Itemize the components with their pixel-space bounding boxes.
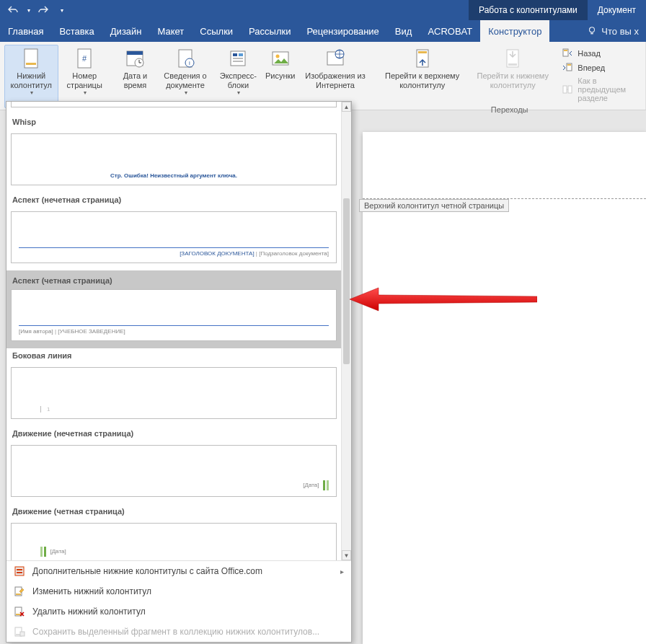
- date-time-button[interactable]: Дата и время: [117, 45, 154, 108]
- doc-info-label: Сведения о документе: [160, 71, 211, 89]
- gallery-item-sideline[interactable]: 1: [6, 363, 341, 426]
- gallery-item-aspect-odd[interactable]: [ЗАГОЛОВОК ДОКУМЕНТА] | [Подзаголовок до…: [6, 207, 341, 270]
- nav-back-button[interactable]: Назад: [559, 46, 641, 61]
- more-from-office-label: Дополнительные нижние колонтитулы с сайт…: [32, 566, 262, 576]
- chevron-down-icon: ▾: [84, 89, 87, 96]
- goto-header-button[interactable]: Перейти к верхнему колонтитулу: [378, 45, 466, 92]
- svg-rect-21: [418, 51, 427, 53]
- svg-rect-12: [233, 53, 237, 56]
- svg-rect-36: [16, 614, 21, 615]
- quick-parts-label: Экспресс-блоки: [220, 71, 257, 89]
- document-page[interactable]: Верхний колонтитул четной страницы: [363, 132, 646, 644]
- group-header-footer: Нижний колонтитул ▾ # Номер страницы ▾: [0, 42, 112, 110]
- goto-footer-label: Перейти к нижнему колонтитулу: [473, 71, 552, 89]
- nav-back-icon: [562, 48, 573, 59]
- gallery-scrollbar[interactable]: ▲ ▼: [341, 102, 351, 560]
- footer-icon: [19, 47, 43, 70]
- scroll-track[interactable]: [342, 112, 351, 550]
- scroll-down-button[interactable]: ▼: [342, 550, 351, 560]
- header-region[interactable]: [363, 132, 646, 199]
- svg-rect-32: [17, 572, 22, 573]
- tab-acrobat[interactable]: ACROBAT: [420, 20, 480, 42]
- link-previous-label: Как в предыдущем разделе: [578, 76, 638, 102]
- tab-references[interactable]: Ссылки: [192, 20, 241, 42]
- footer-gallery-dropdown: Стр. Ошибка! Неизвестный аргумент ключа.…: [6, 101, 352, 643]
- scroll-thumb[interactable]: [343, 198, 350, 364]
- goto-header-icon: [411, 47, 434, 70]
- edit-footer-button[interactable]: Изменить нижний колонтитул: [6, 581, 351, 601]
- ribbon: Нижний колонтитул ▾ # Номер страницы ▾ Д…: [0, 42, 646, 110]
- online-pictures-label: Изображения из Интернета: [305, 71, 366, 89]
- gallery-preview: [Дата]: [11, 445, 337, 497]
- gallery-item-whisp-2[interactable]: Стр. Ошибка! Неизвестный аргумент ключа.: [6, 129, 341, 193]
- edit-footer-icon: [14, 586, 25, 597]
- link-to-previous-button: Как в предыдущем разделе: [559, 75, 641, 104]
- nav-forward-button[interactable]: Вперед: [559, 61, 641, 75]
- scroll-up-button[interactable]: ▲: [342, 102, 351, 112]
- contextual-tabs: Работа с колонтитулами Документ: [469, 0, 646, 20]
- undo-dropdown-icon[interactable]: ▾: [27, 7, 30, 14]
- quick-parts-button[interactable]: Экспресс-блоки ▾: [217, 45, 260, 108]
- chevron-right-icon: ▸: [340, 568, 344, 575]
- undo-icon[interactable]: [7, 4, 19, 16]
- tab-home[interactable]: Главная: [0, 20, 51, 42]
- doc-info-button[interactable]: i Сведения о документе ▾: [156, 45, 214, 108]
- svg-point-0: [590, 27, 595, 32]
- tab-insert[interactable]: Вставка: [51, 20, 102, 42]
- gallery-item-aspect-even[interactable]: Аспект (четная страница) [Имя автора] | …: [6, 270, 341, 348]
- svg-rect-14: [233, 58, 243, 59]
- document-area: Верхний колонтитул четной страницы: [352, 132, 646, 644]
- tab-view[interactable]: Вид: [387, 20, 420, 42]
- link-previous-icon: [562, 84, 573, 95]
- footer-button[interactable]: Нижний колонтитул ▾: [4, 45, 58, 108]
- tab-review[interactable]: Рецензирование: [298, 20, 386, 42]
- page-number-button[interactable]: # Номер страницы ▾: [61, 45, 108, 108]
- group-navigation: Перейти к верхнему колонтитулу Перейти к…: [373, 42, 646, 110]
- tab-design[interactable]: Дизайн: [102, 20, 150, 42]
- quick-parts-icon: [226, 47, 249, 70]
- page-number-icon: #: [73, 47, 96, 70]
- gallery-preview: Стр. Ошибка! Неизвестный аргумент ключа.: [11, 133, 337, 185]
- svg-text:i: i: [189, 60, 190, 66]
- gallery-preview: 1: [11, 367, 337, 419]
- more-from-office-button[interactable]: Дополнительные нижние колонтитулы с сайт…: [6, 561, 351, 581]
- redo-icon[interactable]: [37, 4, 49, 16]
- svg-rect-15: [233, 61, 243, 62]
- group-insert: Дата и время i Сведения о документе ▾ Эк…: [112, 42, 373, 110]
- svg-rect-28: [563, 86, 567, 93]
- quick-access-toolbar: ▾ ▾: [0, 4, 63, 16]
- context-tab-header-footer[interactable]: Работа с колонтитулами: [469, 0, 588, 20]
- pictures-button[interactable]: Рисунки: [262, 45, 298, 108]
- online-pictures-button[interactable]: Изображения из Интернета: [301, 45, 370, 108]
- pictures-label: Рисунки: [265, 71, 296, 81]
- goto-header-label: Перейти к верхнему колонтитулу: [381, 71, 463, 89]
- tab-layout[interactable]: Макет: [150, 20, 193, 42]
- tell-me[interactable]: Что вы х: [580, 20, 646, 42]
- svg-point-17: [275, 55, 279, 58]
- gallery-item-whisp[interactable]: Стр. Ошибка! Неизвестный аргумент ключа.: [6, 102, 341, 115]
- remove-footer-label: Удалить нижний колонтитул: [32, 606, 146, 617]
- qat-customize-icon[interactable]: ▾: [61, 7, 63, 14]
- svg-rect-23: [508, 63, 517, 66]
- group-navigation-label: Переходы: [491, 104, 528, 114]
- save-selection-button: Сохранить выделенный фрагмент в коллекци…: [6, 622, 351, 642]
- svg-rect-34: [16, 594, 21, 595]
- remove-footer-button[interactable]: Удалить нижний колонтитул: [6, 601, 351, 622]
- save-selection-label: Сохранить выделенный фрагмент в коллекци…: [32, 627, 319, 637]
- doc-info-icon: i: [174, 47, 197, 70]
- gallery-preview: Стр. Ошибка! Неизвестный аргумент ключа.: [11, 102, 337, 107]
- svg-rect-25: [564, 50, 567, 51]
- chevron-down-icon: ▾: [185, 89, 187, 96]
- tab-constructor[interactable]: Конструктор: [480, 20, 549, 42]
- tab-mailings[interactable]: Рассылки: [241, 20, 298, 42]
- save-selection-icon: [14, 626, 25, 638]
- gallery-item-motion-odd[interactable]: [Дата]: [6, 441, 341, 504]
- gallery-item-motion-even[interactable]: [Дата]: [6, 519, 341, 560]
- gallery-preview: [ЗАГОЛОВОК ДОКУМЕНТА] | [Подзаголовок до…: [11, 211, 337, 263]
- tell-me-label: Что вы х: [601, 26, 639, 37]
- online-pictures-icon: [324, 47, 347, 70]
- nav-back-label: Назад: [578, 49, 601, 58]
- context-tab-document[interactable]: Документ: [588, 0, 646, 20]
- title-bar: ▾ ▾ Работа с колонтитулами Документ: [0, 0, 646, 20]
- svg-rect-30: [15, 567, 24, 575]
